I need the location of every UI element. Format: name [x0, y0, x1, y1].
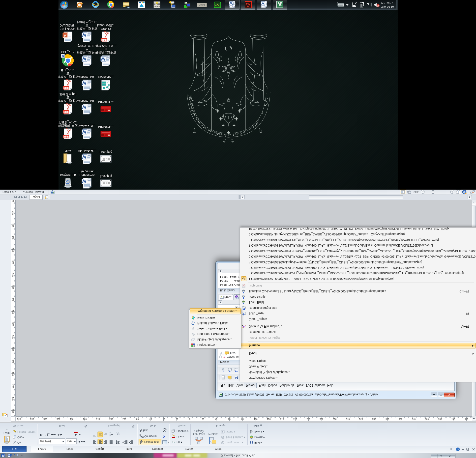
svg-text:d: d	[192, 127, 196, 134]
svg-text:?: ?	[457, 448, 459, 451]
svg-text:A²: A²	[117, 432, 119, 435]
svg-text:Temp: Temp	[230, 351, 236, 354]
svg-text:Project: Te: Project: Te	[226, 356, 239, 359]
svg-text:h²: h²	[280, 4, 282, 6]
svg-text:3: 3	[237, 297, 238, 299]
svg-text:A: A	[164, 429, 166, 431]
svg-text:b: b	[259, 127, 263, 134]
svg-text:10001: 10001	[154, 5, 160, 7]
svg-text:·yla vqȝe hyĉybohɨlɛah a yķyaɨ: ·yla vqȝe hyĉybohɨlɛah a yķyaɨso bypĉh·ɔ…	[188, 94, 260, 136]
